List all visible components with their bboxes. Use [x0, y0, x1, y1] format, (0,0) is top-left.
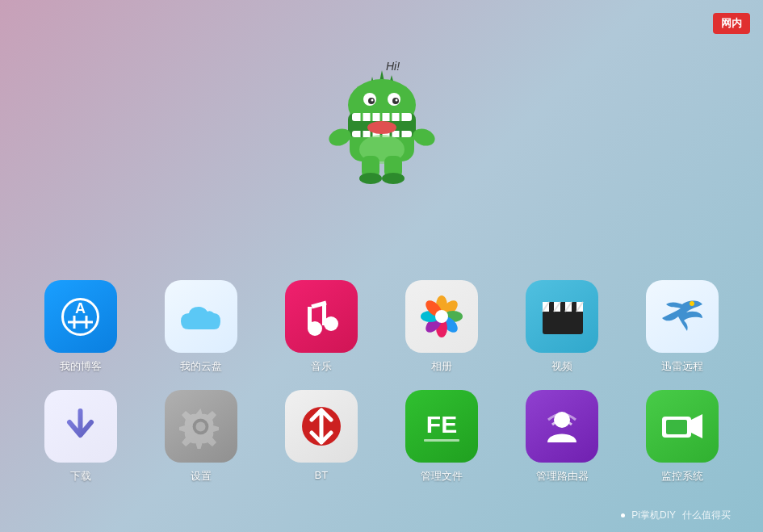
- app-icon-filemanager: FE: [405, 390, 478, 463]
- app-item-settings[interactable]: 设置: [145, 390, 257, 484]
- app-label-bt: BT: [315, 469, 329, 481]
- app-label-xunlei: 迅雷远程: [661, 359, 703, 374]
- app-label-settings: 设置: [191, 469, 212, 484]
- footer-site: 什么值得买: [682, 509, 731, 522]
- app-item-bt[interactable]: BT: [265, 390, 377, 484]
- network-badge: 网内: [713, 13, 750, 34]
- svg-text:Hi!: Hi!: [386, 60, 400, 73]
- svg-rect-40: [322, 303, 326, 325]
- app-item-download[interactable]: 下载: [24, 390, 136, 484]
- mascot-container: Hi!: [321, 48, 442, 194]
- app-icon-bt: [285, 390, 358, 463]
- svg-point-25: [367, 121, 396, 134]
- app-icon-router: [526, 390, 598, 463]
- app-label-router: 管理路由器: [536, 469, 589, 484]
- svg-point-66: [196, 421, 206, 431]
- svg-rect-69: [424, 439, 459, 442]
- app-label-photos: 相册: [431, 359, 452, 374]
- footer: Pi掌机DIY 什么值得买: [621, 509, 731, 522]
- app-icon-appstore: A: [44, 280, 117, 353]
- svg-point-62: [690, 301, 694, 306]
- app-icon-videos: [526, 280, 598, 353]
- app-label-appstore: 我的博客: [60, 359, 102, 374]
- app-icon-icloud: [165, 280, 237, 353]
- app-item-xunlei[interactable]: 迅雷远程: [627, 280, 739, 374]
- app-icon-download: [44, 390, 117, 463]
- app-label-download: 下载: [70, 469, 91, 484]
- app-icon-settings: [165, 390, 237, 463]
- app-icon-monitor: [646, 390, 719, 463]
- svg-marker-72: [691, 414, 702, 438]
- app-item-music[interactable]: 音乐: [265, 280, 377, 374]
- svg-point-32: [382, 173, 405, 184]
- svg-rect-52: [543, 308, 583, 334]
- footer-dot: [621, 513, 625, 517]
- svg-point-31: [359, 173, 382, 184]
- app-icon-photos: [405, 280, 478, 353]
- app-item-icloud[interactable]: 我的云盘: [145, 280, 257, 374]
- app-icon-xunlei: [646, 280, 719, 353]
- app-item-videos[interactable]: 视频: [506, 280, 618, 374]
- app-item-filemanager[interactable]: FE 管理文件: [386, 390, 498, 484]
- app-label-icloud: 我的云盘: [180, 359, 222, 374]
- app-item-appstore[interactable]: A 我的博客: [24, 280, 136, 374]
- svg-point-10: [371, 99, 373, 102]
- svg-point-11: [395, 99, 397, 102]
- app-item-monitor[interactable]: 监控系统: [627, 390, 739, 484]
- app-item-router[interactable]: 管理路由器: [506, 390, 618, 484]
- svg-rect-73: [666, 420, 687, 434]
- svg-rect-41: [308, 307, 312, 329]
- app-label-monitor: 监控系统: [661, 469, 703, 484]
- app-grid: A 我的博客 我的云盘: [24, 280, 739, 484]
- app-label-filemanager: 管理文件: [421, 469, 463, 484]
- svg-point-51: [435, 310, 448, 323]
- app-item-photos[interactable]: 相册: [386, 280, 498, 374]
- svg-text:A: A: [75, 300, 86, 316]
- app-label-videos: 视频: [551, 359, 572, 374]
- app-icon-music: [285, 280, 358, 353]
- footer-brand: Pi掌机DIY: [631, 509, 676, 522]
- svg-text:FE: FE: [426, 411, 457, 438]
- app-label-music: 音乐: [311, 359, 332, 374]
- mascot-dinosaur: Hi!: [325, 52, 438, 190]
- apps-container: A 我的博客 我的云盘: [0, 280, 763, 484]
